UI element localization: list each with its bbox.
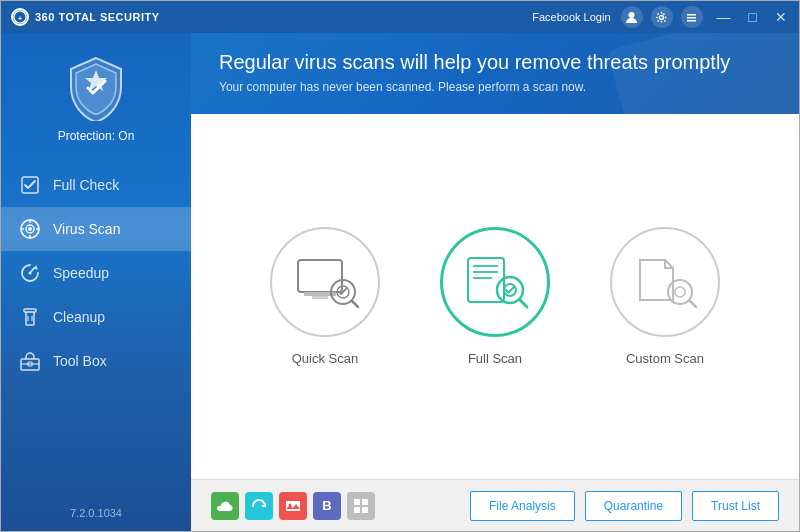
svg-point-2: [629, 12, 635, 18]
scan-options: Quick Scan: [191, 114, 799, 479]
svg-rect-6: [687, 20, 696, 22]
svg-rect-23: [298, 260, 342, 292]
custom-scan-label: Custom Scan: [626, 351, 704, 366]
svg-rect-44: [362, 507, 368, 513]
shield-icon-wrap: [61, 53, 131, 123]
title-bar: + 360 TOTAL SECURITY Facebook Login: [1, 1, 799, 33]
title-bar-right: Facebook Login: [532, 6, 791, 28]
cleanup-icon: [19, 306, 41, 328]
svg-rect-17: [24, 309, 36, 312]
custom-scan-option[interactable]: Custom Scan: [610, 227, 720, 366]
sidebar-item-tool-box-label: Tool Box: [53, 353, 107, 369]
facebook-login-btn[interactable]: Facebook Login: [532, 11, 610, 23]
svg-point-3: [660, 15, 664, 19]
custom-scan-circle: [610, 227, 720, 337]
sidebar-item-speedup-label: Speedup: [53, 265, 109, 281]
bottom-icon-group: B: [211, 492, 375, 520]
trust-list-button[interactable]: Trust List: [692, 491, 779, 521]
sidebar-item-virus-scan[interactable]: Virus Scan: [1, 207, 191, 251]
svg-rect-5: [687, 17, 696, 19]
full-scan-circle: [440, 227, 550, 337]
quick-scan-label: Quick Scan: [292, 351, 358, 366]
user-icon[interactable]: [621, 6, 643, 28]
shield-area: Protection: On: [58, 33, 135, 153]
full-check-icon: [19, 174, 41, 196]
close-button[interactable]: ✕: [771, 9, 791, 25]
toolbar-grid-icon[interactable]: [347, 492, 375, 520]
protection-status: Protection: On: [58, 129, 135, 143]
quick-scan-option[interactable]: Quick Scan: [270, 227, 380, 366]
svg-line-28: [352, 301, 358, 307]
app-window: + 360 TOTAL SECURITY Facebook Login: [0, 0, 800, 532]
sidebar-item-full-check[interactable]: Full Check: [1, 163, 191, 207]
toolbar-b-icon[interactable]: B: [313, 492, 341, 520]
full-scan-label: Full Scan: [468, 351, 522, 366]
svg-rect-25: [312, 296, 328, 299]
full-scan-option[interactable]: Full Scan: [440, 227, 550, 366]
minimize-button[interactable]: —: [713, 9, 735, 25]
main-area: Protection: On Full Check: [1, 33, 799, 531]
speedup-icon: [19, 262, 41, 284]
svg-text:+: +: [18, 15, 22, 22]
toolbar-refresh-icon[interactable]: [245, 492, 273, 520]
file-analysis-button[interactable]: File Analysis: [470, 491, 575, 521]
header-subtitle: Your computer has never been scanned. Pl…: [219, 80, 771, 94]
svg-rect-41: [354, 499, 360, 505]
svg-point-15: [28, 227, 32, 231]
sidebar-item-cleanup-label: Cleanup: [53, 309, 105, 325]
toolbar-cloud-icon[interactable]: [211, 492, 239, 520]
menu-icon[interactable]: [681, 6, 703, 28]
nav-items: Full Check: [1, 163, 191, 383]
app-title: 360 TOTAL SECURITY: [35, 11, 160, 23]
virus-scan-icon: [19, 218, 41, 240]
svg-point-16: [29, 272, 32, 275]
tool-box-icon: [19, 350, 41, 372]
sidebar-item-full-check-label: Full Check: [53, 177, 119, 193]
sidebar-item-virus-scan-label: Virus Scan: [53, 221, 120, 237]
svg-rect-42: [362, 499, 368, 505]
toolbar-image-icon[interactable]: [279, 492, 307, 520]
settings-icon[interactable]: [651, 6, 673, 28]
content-area: Regular virus scans will help you remove…: [191, 33, 799, 531]
svg-rect-43: [354, 507, 360, 513]
svg-line-38: [690, 301, 696, 307]
app-logo: +: [11, 8, 29, 26]
svg-rect-4: [687, 14, 696, 16]
content-header: Regular virus scans will help you remove…: [191, 33, 799, 114]
sidebar-item-tool-box[interactable]: Tool Box: [1, 339, 191, 383]
version-label: 7.2.0.1034: [70, 507, 122, 531]
header-title: Regular virus scans will help you remove…: [219, 51, 771, 74]
title-bar-left: + 360 TOTAL SECURITY: [11, 8, 160, 26]
svg-line-35: [520, 300, 527, 307]
svg-rect-39: [286, 501, 300, 511]
sidebar: Protection: On Full Check: [1, 33, 191, 531]
sidebar-item-speedup[interactable]: Speedup: [1, 251, 191, 295]
quarantine-button[interactable]: Quarantine: [585, 491, 682, 521]
sidebar-item-cleanup[interactable]: Cleanup: [1, 295, 191, 339]
bottom-toolbar: B File Analysis Quarantine Trust List: [191, 479, 799, 531]
svg-point-37: [675, 287, 685, 297]
maximize-button[interactable]: □: [745, 9, 761, 25]
quick-scan-circle: [270, 227, 380, 337]
svg-point-36: [668, 280, 692, 304]
title-bar-action-icons: [621, 6, 703, 28]
